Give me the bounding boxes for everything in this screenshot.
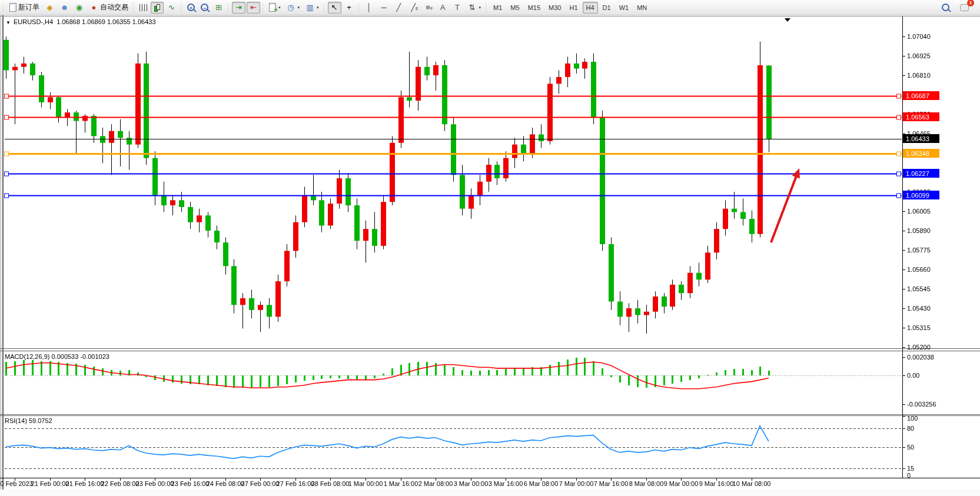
tf-m5-button-label: M5	[510, 4, 519, 11]
main-toolbar: 新订单◆☻◉●自动交易∿⊞⇥⇤▾◷▾▥▾↖+│─╱╱E≡FAT⇅▾M1M5M15…	[0, 0, 980, 15]
trendline-button[interactable]: ╱	[392, 2, 406, 14]
tf-d1-button-label: D1	[603, 4, 611, 11]
chevron-down-icon: ▾	[317, 5, 319, 10]
tf-d1-button[interactable]: D1	[599, 2, 614, 14]
tf-m5-button[interactable]: M5	[507, 2, 523, 14]
tf-m30-button[interactable]: M30	[545, 2, 564, 14]
search-icon	[942, 4, 949, 11]
periods-menu-button[interactable]: ◷▾	[284, 2, 303, 14]
indicators-menu-button[interactable]: ▾	[267, 2, 283, 14]
horizontal-line-button[interactable]: ─	[377, 2, 391, 14]
chart-menu-icon[interactable]: ▼	[6, 20, 11, 25]
crosshair-icon: +	[345, 3, 354, 12]
tf-mn-button-label: MN	[637, 4, 647, 11]
bar-chart-button[interactable]	[137, 2, 150, 14]
sonar-icon: ◉	[75, 3, 84, 12]
mt4-window: ▼EURUSD-,H4 1.06868 1.06869 1.06355 1.06…	[0, 0, 980, 496]
zoom-out-button[interactable]	[198, 2, 211, 14]
fibonacci-icon: ≡F	[424, 3, 433, 12]
horizontal-line-icon: ─	[380, 3, 388, 12]
clock-icon: ◷	[287, 3, 295, 12]
signals-button[interactable]: ◉	[72, 2, 86, 14]
line-chart-button[interactable]: ∿	[165, 2, 178, 14]
toolbar-drag-handle[interactable]	[485, 3, 487, 12]
toolbar-drag-handle[interactable]	[180, 3, 182, 12]
chevron-down-icon: ▾	[479, 5, 481, 10]
chevron-down-icon: ▾	[298, 5, 300, 10]
tf-m1-button-label: M1	[493, 4, 502, 11]
text-label-icon: T	[453, 3, 462, 12]
person-icon: ☻	[60, 3, 69, 12]
search-button[interactable]	[939, 2, 952, 14]
auto-scroll-icon: ⇥	[234, 3, 243, 12]
text-icon: A	[438, 3, 447, 12]
notifications-button[interactable]: 1	[958, 2, 971, 14]
equidistant-channel-button[interactable]: ╱E	[407, 2, 420, 14]
market-watch-button[interactable]: ☻	[58, 2, 71, 14]
tf-m15-button-label: M15	[528, 4, 540, 11]
zoom-out-icon	[201, 4, 208, 11]
chart-shift-button[interactable]: ⇤	[247, 2, 260, 14]
toolbar-drag-handle[interactable]	[132, 3, 134, 12]
vertical-line-button[interactable]: │	[363, 2, 376, 14]
macd-indicator-label: MACD(12,26,9) 0.000533 -0.001023	[5, 353, 109, 360]
rsi-indicator-label: RSI(14) 59.0752	[5, 417, 52, 424]
toolbar-drag-handle[interactable]	[323, 3, 325, 12]
toolbar-drag-handle[interactable]	[2, 3, 4, 12]
fibonacci-button[interactable]: ≡F	[421, 2, 435, 14]
chart-profile-button[interactable]: ◆	[43, 2, 57, 14]
candlestick-chart-button[interactable]	[151, 2, 164, 14]
cursor-icon: ↖	[330, 3, 339, 12]
cursor-button[interactable]: ↖	[328, 2, 341, 14]
tf-mn-button[interactable]: MN	[633, 2, 650, 14]
line-chart-icon: ∿	[167, 3, 176, 12]
bar-chart-icon	[139, 4, 147, 11]
chart-symbol-period: EURUSD-,H4	[14, 18, 53, 25]
toolbar-drag-handle[interactable]	[358, 3, 360, 12]
autotrading-button[interactable]: ●自动交易	[87, 2, 131, 14]
tf-h4-button-label: H4	[586, 4, 594, 11]
indicators-icon	[269, 3, 276, 12]
notification-badge: 1	[967, 0, 974, 6]
chart-canvas[interactable]	[0, 0, 980, 496]
trendline-icon: ╱	[394, 3, 403, 12]
tf-w1-button-label: W1	[619, 4, 629, 11]
toolbar-drag-handle[interactable]	[227, 3, 229, 12]
text-label-button[interactable]: T	[451, 2, 464, 14]
chart-ohlc-values: 1.06868 1.06869 1.06355 1.06433	[57, 18, 155, 25]
arrows-button[interactable]: ⇅▾	[466, 2, 484, 14]
templates-menu-button[interactable]: ▥▾	[303, 2, 321, 14]
text-button[interactable]: A	[436, 2, 450, 14]
auto-scroll-button[interactable]: ⇥	[232, 2, 245, 14]
diamond-icon: ◆	[45, 3, 54, 12]
arrows-icon: ⇅	[468, 3, 477, 12]
candlesticks-icon	[153, 4, 161, 12]
crosshair-button[interactable]: +	[343, 2, 356, 14]
zoom-in-button[interactable]	[185, 2, 197, 14]
channel-icon: ╱E	[409, 3, 418, 12]
tf-h1-button[interactable]: H1	[566, 2, 581, 14]
tf-m1-button[interactable]: M1	[490, 2, 506, 14]
new-order-button[interactable]: 新订单	[7, 2, 42, 14]
autotrading-button-label: 自动交易	[100, 2, 128, 12]
zoom-in-icon	[187, 4, 195, 11]
tf-m15-button[interactable]: M15	[524, 2, 544, 14]
chevron-down-icon: ▾	[278, 5, 281, 10]
tf-m30-button-label: M30	[549, 4, 561, 11]
vertical-line-icon: │	[365, 3, 374, 12]
tile-windows-button[interactable]: ⊞	[212, 2, 225, 14]
toolbar-right-cluster: 1	[939, 2, 978, 14]
page-icon	[9, 3, 16, 12]
chart-title: ▼EURUSD-,H4 1.06868 1.06869 1.06355 1.06…	[6, 18, 156, 25]
new-order-button-label: 新订单	[18, 2, 39, 12]
chart-shift-icon: ⇤	[249, 3, 258, 12]
toolbar-drag-handle[interactable]	[262, 3, 264, 12]
template-icon: ▥	[305, 3, 314, 12]
tile-windows-icon: ⊞	[214, 3, 223, 12]
tf-h4-button[interactable]: H4	[583, 2, 598, 14]
tf-h1-button-label: H1	[569, 4, 577, 11]
tf-w1-button[interactable]: W1	[616, 2, 633, 14]
autotrade-icon: ●	[89, 3, 98, 12]
